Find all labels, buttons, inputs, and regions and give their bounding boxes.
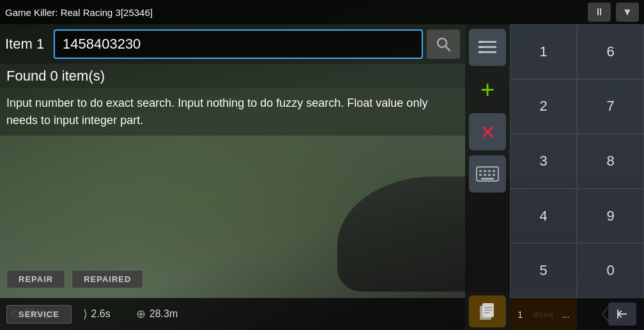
repair-area: REPAIR REPAIRED: [6, 270, 143, 288]
svg-rect-5: [479, 41, 482, 43]
num-4[interactable]: 4: [510, 189, 577, 244]
time-indicator: ⟩ 2.6s: [83, 307, 111, 321]
pages-icon: [478, 302, 497, 321]
pages-button[interactable]: [469, 295, 506, 327]
item-label: Item 1: [5, 36, 50, 52]
title-bar: Game Killer: Real Racing 3[25346] ⏸ ▼: [0, 0, 644, 24]
numpad-grid: 1 6 2 7 3 8 4 9 5 0: [510, 24, 644, 298]
search-button[interactable]: [427, 29, 460, 59]
right-sidebar: + ✕: [465, 24, 644, 330]
num-5[interactable]: 5: [510, 243, 577, 298]
back-icon: [615, 307, 629, 321]
svg-rect-10: [484, 170, 486, 172]
num-8[interactable]: 8: [577, 134, 644, 189]
more-label: ...: [562, 309, 570, 320]
keyboard-button[interactable]: [469, 155, 506, 192]
delete-icon: ✕: [480, 121, 496, 143]
dropdown-icon: ▼: [622, 6, 632, 18]
num-0[interactable]: 0: [577, 243, 644, 298]
svg-rect-9: [479, 170, 482, 172]
svg-line-1: [445, 46, 450, 51]
back-to-start-button[interactable]: [608, 302, 636, 326]
svg-rect-17: [481, 178, 494, 180]
overlay-panel: Game Killer: Real Racing 3[25346] ⏸ ▼ It…: [0, 0, 644, 330]
bottom-right-bar: 1 ...: [510, 298, 644, 330]
service-button[interactable]: SERVICE: [6, 305, 72, 324]
numpad: 1 6 2 7 3 8 4 9 5 0 done: [510, 24, 644, 330]
keyboard-icon: [476, 165, 499, 183]
num-7[interactable]: 7: [577, 79, 644, 134]
svg-rect-11: [488, 170, 491, 172]
svg-rect-6: [479, 46, 482, 48]
time-value: 2.6s: [91, 308, 111, 320]
search-icon: [434, 35, 452, 53]
num-9[interactable]: 9: [577, 189, 644, 244]
list-button[interactable]: [469, 29, 506, 66]
dropdown-button[interactable]: ▼: [616, 3, 639, 22]
repaired-button[interactable]: REPAIRED: [72, 270, 143, 288]
app-title: Game Killer: Real Racing 3[25346]: [5, 7, 583, 18]
pause-icon: ⏸: [594, 6, 604, 18]
distance-value: 28.3m: [150, 308, 178, 320]
pages-count: 1: [518, 309, 523, 320]
svg-rect-16: [493, 174, 495, 176]
svg-rect-12: [493, 170, 495, 172]
repair-button[interactable]: REPAIR: [6, 270, 65, 288]
search-row: Item 1: [0, 24, 465, 64]
control-column: + ✕: [465, 24, 510, 330]
distance-icon: ⊕: [136, 307, 146, 321]
service-area: SERVICE: [6, 305, 72, 324]
svg-rect-15: [488, 174, 491, 176]
add-button[interactable]: +: [469, 71, 506, 108]
distance-indicator: ⊕ 28.3m: [136, 307, 178, 321]
num-6[interactable]: 6: [577, 24, 644, 79]
num-2[interactable]: 2: [510, 79, 577, 134]
info-text: Input number to do exact search. Input n…: [0, 88, 465, 136]
main-area: Item 1 Found 0 item(s) Input number to d…: [0, 24, 644, 330]
svg-rect-13: [479, 174, 482, 176]
add-icon: +: [480, 77, 494, 102]
delete-button[interactable]: ✕: [469, 113, 506, 150]
svg-rect-14: [484, 174, 486, 176]
search-input[interactable]: [54, 29, 423, 59]
svg-rect-7: [479, 51, 482, 53]
found-count: Found 0 item(s): [0, 64, 465, 88]
list-icon: [477, 38, 498, 56]
pause-button[interactable]: ⏸: [588, 3, 611, 22]
num-3[interactable]: 3: [510, 134, 577, 189]
num-1[interactable]: 1: [510, 24, 577, 79]
left-panel: Item 1 Found 0 item(s) Input number to d…: [0, 24, 465, 330]
time-icon: ⟩: [83, 307, 88, 321]
